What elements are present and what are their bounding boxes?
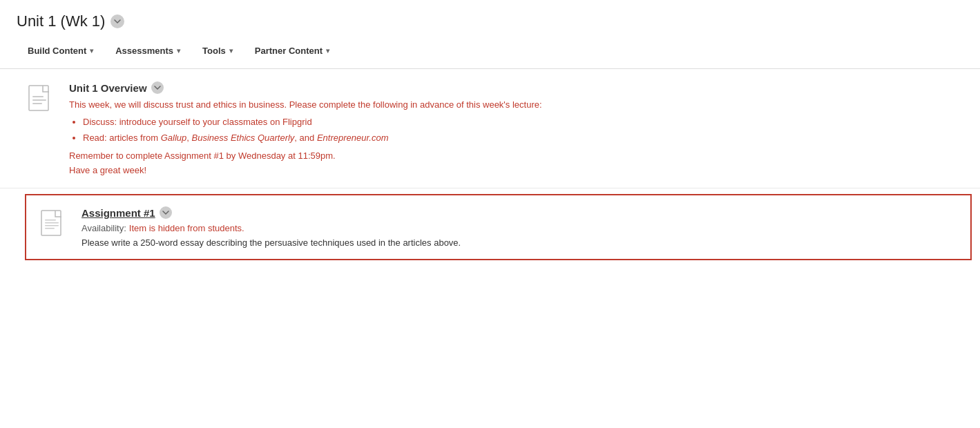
unit1-overview-description: This week, we will discuss trust and eth… — [69, 98, 963, 145]
assignment1-chevron[interactable] — [160, 206, 172, 219]
unit1-overview-intro: This week, we will discuss trust and eth… — [69, 98, 963, 113]
toolbar: Build Content ▾ Assessments ▾ Tools ▾ Pa… — [17, 40, 963, 61]
unit1-overview-title: Unit 1 Overview — [69, 82, 147, 94]
page-title: Unit 1 (Wk 1) — [17, 12, 105, 30]
page-title-row: Unit 1 (Wk 1) — [17, 12, 963, 30]
svg-rect-7 — [45, 225, 59, 226]
unit1-overview-body: Unit 1 Overview This week, we will discu… — [69, 81, 963, 175]
tools-caret: ▾ — [229, 47, 233, 55]
assignment1-icon — [37, 206, 70, 245]
page-title-chevron[interactable] — [111, 14, 124, 28]
assignment1-title-row: Assignment #1 — [81, 206, 959, 219]
svg-rect-8 — [45, 228, 55, 229]
availability-value: Item is hidden from students. — [129, 223, 244, 233]
partner-content-caret: ▾ — [326, 47, 329, 55]
assignment1-description: Please write a 250-word essay describing… — [81, 237, 959, 248]
assignment1-availability-row: Availability: Item is hidden from studen… — [81, 223, 959, 233]
unit1-overview-bullets: Discuss: introduce yourself to your clas… — [83, 115, 963, 146]
tools-button[interactable]: Tools ▾ — [191, 40, 244, 61]
unit1-bullet-2: Read: articles from Gallup, Business Eth… — [83, 131, 963, 146]
assessments-caret: ▾ — [177, 47, 180, 55]
unit1-overview-title-row: Unit 1 Overview — [69, 81, 963, 94]
build-content-button[interactable]: Build Content ▾ — [17, 40, 104, 61]
unit1-footer: Have a great week! — [69, 165, 963, 175]
tools-label: Tools — [202, 46, 226, 56]
page-header: Unit 1 (Wk 1) Build Content ▾ Assessment… — [0, 0, 980, 69]
unit1-overview-chevron[interactable] — [151, 81, 164, 94]
partner-content-label: Partner Content — [255, 46, 323, 56]
build-content-label: Build Content — [28, 46, 86, 56]
unit1-overview-icon — [25, 81, 58, 120]
unit1-reminder: Remember to complete Assignment #1 by We… — [69, 150, 963, 161]
assessments-label: Assessments — [115, 46, 173, 56]
assignment1-body: Assignment #1 Availability: Item is hidd… — [81, 206, 959, 248]
svg-rect-1 — [32, 96, 44, 97]
svg-rect-6 — [45, 222, 59, 224]
svg-rect-5 — [45, 220, 56, 221]
availability-label: Availability: — [81, 223, 126, 233]
partner-content-button[interactable]: Partner Content ▾ — [244, 40, 340, 61]
assessments-button[interactable]: Assessments ▾ — [104, 40, 191, 61]
svg-rect-3 — [32, 103, 42, 104]
content-area: Unit 1 Overview This week, we will discu… — [0, 69, 980, 260]
svg-rect-0 — [29, 86, 48, 110]
unit1-bullet-1: Discuss: introduce yourself to your clas… — [83, 115, 963, 130]
unit1-overview-item: Unit 1 Overview This week, we will discu… — [0, 69, 980, 188]
assignment1-title[interactable]: Assignment #1 — [81, 207, 155, 219]
build-content-caret: ▾ — [90, 47, 93, 55]
assignment1-item: Assignment #1 Availability: Item is hidd… — [25, 194, 972, 260]
svg-rect-2 — [32, 99, 46, 101]
